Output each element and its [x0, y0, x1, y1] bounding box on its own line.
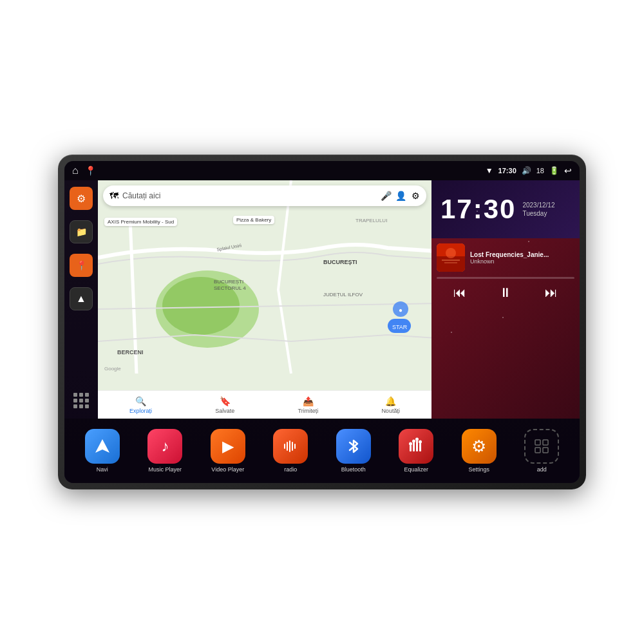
svg-rect-23: [289, 440, 290, 452]
svg-rect-21: [284, 444, 285, 449]
app-bluetooth[interactable]: Bluetooth: [336, 429, 371, 473]
battery-icon: 🔋: [549, 166, 559, 175]
app-equalizer[interactable]: Equalizer: [399, 429, 433, 473]
svg-rect-24: [292, 442, 293, 451]
music-artist: Unknown: [470, 258, 574, 265]
svg-rect-22: [287, 442, 288, 451]
svg-text:BUCUREȘTI: BUCUREȘTI: [323, 259, 357, 265]
music-info: Lost Frequencies_Janie... Unknown: [437, 243, 574, 272]
app-settings[interactable]: ⚙ Settings: [462, 429, 497, 473]
map-saved-btn[interactable]: 🔖 Salvate: [215, 396, 234, 414]
svg-point-33: [419, 440, 422, 444]
app-navi[interactable]: Navi: [85, 429, 120, 473]
add-icon: [524, 429, 559, 464]
back-icon[interactable]: ↩: [564, 166, 572, 176]
content-row: ⚙ 📁 📍 ▲: [64, 180, 580, 419]
svg-text:JUDEȚUL ILFOV: JUDEȚUL ILFOV: [323, 292, 363, 298]
svg-point-30: [409, 442, 412, 446]
svg-rect-26: [410, 445, 412, 451]
map-svg: BERCENI BUCUREȘTI SECTORUL 4 BUCUREȘTI J…: [98, 180, 431, 390]
sidebar-all-apps-btn[interactable]: [70, 389, 93, 412]
app-radio[interactable]: radio: [273, 429, 308, 473]
map-explore-btn[interactable]: 🔍 Explorați: [129, 396, 152, 414]
svg-rect-37: [543, 448, 548, 453]
svg-rect-0: [98, 180, 431, 390]
home-icon[interactable]: ⌂: [72, 165, 79, 176]
sidebar-folder-btn[interactable]: 📁: [70, 220, 93, 243]
clock-time: 17:30: [440, 196, 516, 223]
settings-icon: ⚙: [462, 429, 497, 464]
map-bottom-bar: 🔍 Explorați 🔖 Salvate 📤 Trimiteți �: [98, 390, 431, 419]
app-add[interactable]: add: [524, 429, 559, 473]
saved-label: Salvate: [215, 408, 234, 414]
account-icon[interactable]: 👤: [395, 191, 406, 201]
svg-rect-28: [416, 440, 418, 451]
status-left: ⌂ 📍: [72, 165, 96, 176]
clock-date-value: 2023/12/12: [522, 202, 554, 209]
add-label: add: [537, 466, 547, 473]
search-placeholder: Căutați aici: [122, 191, 377, 200]
bluetooth-label: Bluetooth: [341, 466, 366, 473]
music-player-label: Music Player: [148, 466, 182, 473]
progress-bar: [437, 277, 574, 279]
radio-wave-icon: [281, 437, 299, 455]
navi-label: Navi: [97, 466, 108, 473]
poi-pizza: Pizza & Bakery: [233, 216, 274, 224]
map-container[interactable]: BERCENI BUCUREȘTI SECTORUL 4 BUCUREȘTI J…: [98, 180, 431, 390]
device-screen: ⌂ 📍 ▼ 17:30 🔊 18 🔋 ↩: [64, 161, 580, 483]
clock-day: Tuesday: [522, 210, 554, 217]
map-news-btn[interactable]: 🔔 Noutăți: [381, 396, 400, 414]
settings-dots-icon[interactable]: ⚙: [412, 191, 420, 201]
volume-icon: 🔊: [522, 166, 531, 175]
music-controls: ⏮ ⏸ ⏭: [437, 285, 574, 300]
svg-rect-25: [294, 444, 296, 449]
svg-rect-18: [442, 260, 460, 261]
music-player-icon: ♪: [147, 429, 182, 464]
svg-rect-19: [444, 262, 457, 263]
sidebar-nav-btn[interactable]: ▲: [70, 287, 93, 310]
wifi-icon: ▼: [486, 166, 493, 175]
status-right: ▼ 17:30 🔊 18 🔋 ↩: [486, 166, 572, 176]
news-icon: 🔔: [385, 396, 396, 406]
svg-point-17: [446, 248, 456, 258]
svg-text:SECTORUL 4: SECTORUL 4: [214, 285, 246, 291]
share-icon: 📤: [303, 396, 314, 406]
svg-text:BERCENI: BERCENI: [117, 349, 144, 355]
status-time: 17:30: [498, 167, 516, 175]
album-art: [437, 243, 465, 272]
next-btn[interactable]: ⏭: [545, 285, 558, 300]
map-search-bar[interactable]: 🗺 Căutați aici 🎤 👤 ⚙: [103, 185, 426, 206]
sidebar-settings-btn[interactable]: ⚙: [70, 187, 93, 210]
settings-label: Settings: [468, 466, 489, 473]
prev-btn[interactable]: ⏮: [453, 285, 466, 300]
svg-rect-35: [543, 440, 548, 445]
main-area: ⚙ 📁 📍 ▲: [64, 180, 580, 483]
eq-bars-icon: [407, 437, 425, 455]
sidebar-maps-btn[interactable]: 📍: [70, 254, 93, 277]
poi-axis: AXIS Premium Mobility - Sud: [104, 218, 177, 226]
svg-point-31: [412, 440, 415, 443]
pause-btn[interactable]: ⏸: [499, 285, 512, 300]
news-label: Noutăți: [381, 408, 400, 414]
navi-icon: [85, 429, 120, 464]
app-music-player[interactable]: ♪ Music Player: [147, 429, 182, 473]
map-status-icon[interactable]: 📍: [85, 166, 96, 176]
app-video-player[interactable]: ▶ Video Player: [211, 429, 245, 473]
music-text: Lost Frequencies_Janie... Unknown: [470, 251, 574, 265]
map-share-btn[interactable]: 📤 Trimiteți: [298, 396, 319, 414]
status-bar: ⌂ 📍 ▼ 17:30 🔊 18 🔋 ↩: [64, 161, 580, 180]
mic-icon[interactable]: 🎤: [381, 191, 392, 201]
equalizer-icon: [399, 429, 433, 464]
navi-arrow-icon: [93, 437, 111, 455]
video-player-icon: ▶: [211, 429, 245, 464]
radio-label: radio: [284, 466, 297, 473]
battery-level: 18: [536, 167, 544, 175]
svg-rect-27: [413, 442, 415, 451]
svg-text:BUCUREȘTI: BUCUREȘTI: [214, 279, 243, 285]
saved-icon: 🔖: [220, 396, 231, 406]
map-area[interactable]: BERCENI BUCUREȘTI SECTORUL 4 BUCUREȘTI J…: [98, 180, 431, 419]
music-panel: Lost Frequencies_Janie... Unknown ⏮ ⏸ ⏭: [431, 238, 580, 419]
left-sidebar: ⚙ 📁 📍 ▲: [64, 180, 98, 419]
svg-marker-20: [95, 439, 109, 453]
explore-icon: 🔍: [135, 396, 146, 406]
